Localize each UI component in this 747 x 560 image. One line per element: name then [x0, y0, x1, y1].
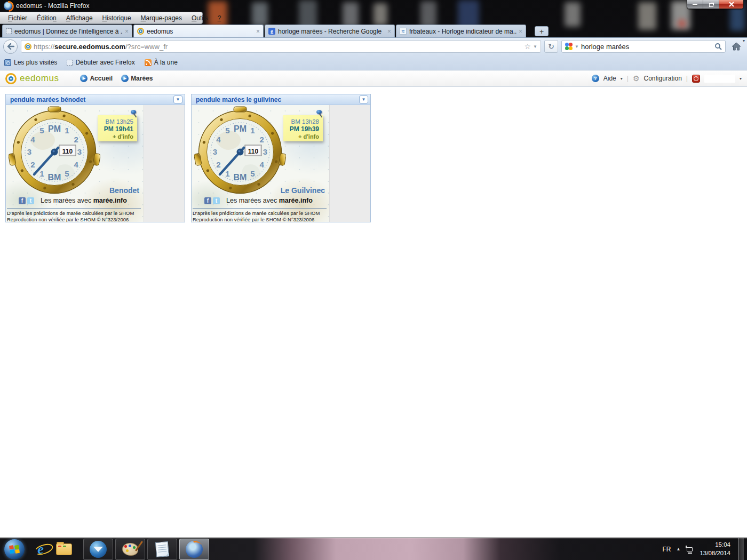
pushpin-icon	[131, 110, 136, 114]
taskbar-paint[interactable]	[115, 539, 145, 560]
svg-text:BM: BM	[234, 173, 247, 182]
widget-menu-button[interactable]: ▼	[359, 95, 368, 103]
nav-marees[interactable]: ▶ Marées	[121, 75, 153, 82]
url-dropdown-icon[interactable]: ▼	[533, 44, 537, 49]
taskbar-notepad[interactable]	[147, 539, 177, 560]
facebook-icon[interactable]: f	[204, 197, 211, 204]
menu-bar: Fichier Édition Affichage Historique Mar…	[0, 12, 203, 24]
taskbar-firefox-active[interactable]	[179, 539, 209, 560]
widget-menu-button[interactable]: ▼	[173, 95, 182, 103]
screen: eedomus - Mozilla Firefox Fichier Éditio…	[0, 0, 747, 560]
close-button[interactable]	[719, 0, 743, 9]
twitter-icon[interactable]: t	[213, 197, 220, 204]
network-icon[interactable]	[686, 546, 694, 553]
menu-edition[interactable]: Édition	[32, 13, 61, 23]
language-indicator[interactable]: FR	[663, 546, 671, 553]
search-engine-dropdown-icon[interactable]: ▼	[575, 44, 579, 49]
tide-note[interactable]: BM 13h25 PM 19h41 + d'info	[98, 115, 137, 141]
page-content: pendule marées bénodet ▼	[0, 87, 747, 538]
search-input[interactable]: horloge marées	[581, 43, 712, 51]
navigation-toolbar: https://secure.eedomus.com/?src=www_fr ☆…	[0, 37, 747, 55]
location-label: Le Guilvinec	[281, 186, 325, 195]
most-visited-icon	[4, 59, 11, 66]
thunderbird-icon	[90, 541, 107, 558]
twitter-icon[interactable]: t	[27, 197, 34, 204]
divider: |	[627, 75, 629, 82]
high-tide-time: PM 19h41	[98, 125, 133, 133]
menu-marque-pages[interactable]: Marque-pages	[136, 13, 187, 23]
eedomus-logo[interactable]: eedomus	[5, 73, 59, 84]
menu-aide[interactable]: ?	[213, 13, 226, 23]
logout-power-icon[interactable]	[692, 75, 700, 83]
menu-historique[interactable]: Historique	[98, 13, 136, 23]
menu-outils[interactable]: Outils	[187, 13, 213, 23]
bookmark-getting-started[interactable]: Débuter avec Firefox	[67, 59, 134, 66]
search-icon[interactable]	[714, 43, 722, 50]
taskbar-internet-explorer[interactable]: e	[29, 539, 52, 560]
tab-label: eedomus	[147, 28, 254, 35]
configuration-link[interactable]: Configuration	[643, 75, 681, 82]
tab-close-icon[interactable]: ×	[519, 28, 522, 35]
facebook-icon[interactable]: f	[19, 197, 26, 204]
low-tide-time: BM 13h28	[283, 118, 319, 125]
user-name-redacted	[704, 75, 735, 83]
eedomus-toolbar: eedomus ▶ Accueil ▶ Marées ? Aide ▾ | ⚙ …	[0, 70, 747, 87]
start-button[interactable]	[4, 539, 25, 559]
search-bar[interactable]: ▼ horloge marées	[561, 40, 726, 53]
bookmark-latest-headlines[interactable]: À la une	[145, 59, 178, 66]
maree-info-caption[interactable]: Les marées avec marée.info	[41, 197, 127, 204]
tab-eedomus-www[interactable]: eedomus | Donnez de l'intelligence à ...…	[2, 25, 132, 37]
tab-close-icon[interactable]: ×	[256, 28, 260, 35]
home-button[interactable]	[729, 39, 744, 53]
svg-text:PM: PM	[234, 124, 247, 133]
url-bar[interactable]: https://secure.eedomus.com/?src=www_fr ☆…	[21, 40, 541, 53]
window-controls	[687, 0, 744, 9]
widget-title: pendule marées bénodet	[10, 96, 173, 103]
new-tab-button[interactable]: +	[535, 26, 549, 36]
minimize-button[interactable]	[687, 0, 703, 9]
tide-note[interactable]: BM 13h28 PM 19h39 + d'info	[283, 115, 323, 141]
restore-button[interactable]	[703, 0, 719, 9]
svg-text:4: 4	[260, 160, 265, 169]
bookmark-star-icon[interactable]: ☆	[525, 42, 531, 51]
overflow-chevron-icon[interactable]: ▾	[743, 38, 745, 43]
frbateaux-favicon-icon: ≈	[400, 28, 407, 35]
bookmark-most-visited[interactable]: Les plus visités	[4, 59, 57, 66]
reload-button[interactable]: ↻	[544, 40, 558, 53]
more-info-link[interactable]: + d'info	[283, 133, 319, 141]
svg-text:4: 4	[74, 160, 79, 169]
svg-text:5: 5	[39, 126, 44, 135]
help-menu[interactable]: Aide	[603, 75, 616, 82]
location-label: Benodet	[109, 186, 139, 195]
google-favicon-icon: g	[268, 28, 275, 35]
taskbar-thunderbird[interactable]	[83, 539, 113, 560]
svg-text:1: 1	[225, 169, 229, 178]
show-desktop-button[interactable]	[738, 538, 744, 560]
back-button[interactable]	[3, 39, 18, 54]
maree-info-caption[interactable]: Les marées avec marée.info	[226, 197, 313, 204]
divider	[193, 209, 327, 209]
minimize-icon	[693, 4, 697, 5]
tray-expand-icon[interactable]: ▲	[677, 547, 681, 551]
svg-text:1: 1	[39, 169, 44, 178]
nav-accueil[interactable]: ▶ Accueil	[80, 75, 113, 82]
tide-widget-image[interactable]: PM BM 1 2 3 4 5 1 2 3 4 5 110	[192, 105, 329, 222]
taskbar: e FR ▲ 15:04 13/08/2014	[0, 538, 747, 560]
chevron-down-icon[interactable]: ▾	[740, 76, 742, 81]
tab-close-icon[interactable]: ×	[387, 28, 391, 35]
taskbar-explorer[interactable]	[52, 539, 76, 560]
more-info-link[interactable]: + d'info	[98, 133, 133, 141]
tab-google-search[interactable]: g horloge marées - Recherche Google ×	[265, 25, 395, 37]
tab-frbateaux[interactable]: ≈ frbateaux - Horloge indicateur de ma..…	[396, 25, 526, 37]
panel-filler	[144, 105, 185, 222]
low-tide-time: BM 13h25	[98, 118, 133, 125]
menu-affichage[interactable]: Affichage	[61, 13, 98, 23]
nav-label: Marées	[131, 75, 153, 82]
clock[interactable]: 15:04 13/08/2014	[700, 541, 730, 557]
tab-eedomus-secure[interactable]: eedomus ×	[133, 25, 264, 37]
tab-close-icon[interactable]: ×	[125, 28, 129, 35]
tide-widget-image[interactable]: PM BM 1 2 3 4 5 1 2 3 4 5 110	[6, 105, 144, 222]
back-arrow-icon	[7, 43, 14, 50]
menu-fichier[interactable]: Fichier	[3, 13, 32, 23]
widget-header: pendule marées le guilvinec ▼	[192, 94, 370, 105]
